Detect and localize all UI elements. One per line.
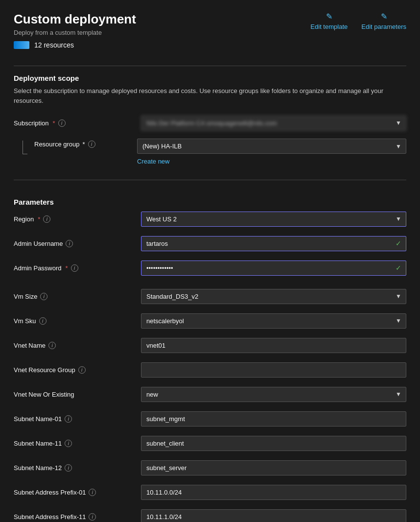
subnet-name-12-info-icon: i [65, 464, 72, 472]
parameters-section: Parameters Region * i West US 2 ▼ Admin … [14, 198, 406, 522]
admin-password-check-icon: ✓ [396, 264, 401, 272]
vnet-name-info-icon: i [48, 342, 56, 349]
subnet-name-11-label: Subnet Name-11 i [14, 440, 141, 447]
admin-password-required: * [66, 264, 68, 272]
subnet-prefix-11-input-wrapper [141, 509, 406, 522]
subscription-group: Subscription * i Nils Der Platform CA sm… [14, 114, 406, 132]
admin-password-control: ✓ [141, 261, 406, 276]
vm-size-dropdown[interactable]: Standard_DS3_v2 [141, 289, 406, 304]
admin-username-group: Admin Username i ✓ [14, 235, 406, 252]
admin-username-control: ✓ [141, 236, 406, 251]
subnet-prefix-01-input[interactable] [141, 485, 406, 500]
edit-template-button[interactable]: ✎ Edit template [310, 12, 348, 30]
vm-size-group: Vm Size i Standard_DS3_v2 ▼ [14, 287, 406, 305]
vm-sku-group: Vm Sku i netscalerbyol ▼ [14, 312, 406, 330]
subnet-prefix-11-input[interactable] [141, 509, 406, 522]
vnet-new-existing-dropdown-wrapper: new ▼ [141, 387, 406, 402]
subnet-prefix-11-group: Subnet Address Prefix-11 i [14, 508, 406, 522]
region-required: * [38, 215, 40, 223]
subscription-control: Nils Der Platform CA smoquagerwill@nils.… [141, 116, 406, 131]
subnet-name-12-input-wrapper [141, 460, 406, 475]
vnet-rg-label: Vnet Resource Group i [14, 366, 141, 374]
rg-dropdown[interactable]: (New) HA-ILB [137, 139, 406, 154]
vnet-name-label: Vnet Name i [14, 342, 141, 349]
header-actions: ✎ Edit template ✎ Edit parameters [310, 12, 406, 30]
subnet-name-11-info-icon: i [65, 440, 72, 447]
admin-password-label: Admin Password * i [14, 264, 141, 272]
subnet-name-12-input[interactable] [141, 460, 406, 475]
vm-size-label: Vm Size i [14, 293, 141, 300]
subnet-name-11-input-wrapper [141, 436, 406, 451]
rg-bracket [23, 141, 27, 154]
vnet-new-existing-label: Vnet New Or Existing [14, 391, 141, 398]
params-spacer [14, 284, 406, 287]
admin-password-group: Admin Password * i ✓ [14, 259, 406, 277]
page-subtitle: Deploy from a custom template [14, 29, 136, 36]
vm-size-dropdown-wrapper: Standard_DS3_v2 ▼ [141, 289, 406, 304]
admin-username-info-icon: i [66, 240, 73, 247]
admin-password-input[interactable] [141, 261, 406, 276]
vm-sku-dropdown-wrapper: netscalerbyol ▼ [141, 313, 406, 329]
parameters-title: Parameters [14, 198, 406, 206]
subnet-name-11-group: Subnet Name-11 i [14, 434, 406, 452]
page-title: Custom deployment [14, 12, 136, 27]
subnet-prefix-11-info-icon: i [89, 513, 96, 521]
subnet-name-12-group: Subnet Name-12 i [14, 459, 406, 476]
region-control: West US 2 ▼ [141, 212, 406, 227]
subscription-label: Subscription * i [14, 119, 141, 127]
subnet-name-01-label: Subnet Name-01 i [14, 415, 141, 423]
region-info-icon: i [43, 215, 50, 223]
subnet-prefix-11-control [141, 509, 406, 522]
vnet-name-control [141, 338, 406, 353]
edit-parameters-icon: ✎ [381, 12, 387, 21]
deployment-scope-section: Deployment scope Select the subscription… [14, 74, 406, 172]
vnet-name-group: Vnet Name i [14, 336, 406, 354]
deployment-scope-desc: Select the subscription to manage deploy… [14, 86, 406, 105]
resource-group-row: Resource group * i (New) HA-ILB ▼ Create… [14, 139, 406, 165]
edit-parameters-button[interactable]: ✎ Edit parameters [361, 12, 406, 30]
subscription-dropdown[interactable]: Nils Der Platform CA smoquagerwill@nils.… [141, 116, 406, 131]
scope-params-divider [14, 180, 406, 180]
header-top: Custom deployment Deploy from a custom t… [14, 12, 406, 58]
vnet-rg-info-icon: i [78, 366, 86, 374]
vm-size-info-icon: i [40, 293, 47, 300]
admin-password-info-icon: i [71, 264, 78, 272]
subnet-prefix-01-group: Subnet Address Prefix-01 i [14, 483, 406, 501]
vm-size-control: Standard_DS3_v2 ▼ [141, 289, 406, 304]
resources-text: 12 resources [34, 41, 74, 49]
subnet-name-01-input-wrapper [141, 411, 406, 427]
vm-sku-dropdown[interactable]: netscalerbyol [141, 313, 406, 329]
region-dropdown-wrapper: West US 2 ▼ [141, 212, 406, 227]
vnet-new-existing-dropdown[interactable]: new [141, 387, 406, 402]
create-new-link[interactable]: Create new [137, 158, 406, 165]
vnet-rg-group: Vnet Resource Group i [14, 361, 406, 379]
rg-control: (New) HA-ILB ▼ Create new [137, 139, 406, 165]
resources-icon [14, 41, 29, 49]
subnet-name-01-group: Subnet Name-01 i [14, 410, 406, 427]
edit-parameters-label: Edit parameters [361, 23, 406, 30]
admin-username-label: Admin Username i [14, 240, 141, 247]
vnet-name-input[interactable] [141, 338, 406, 353]
admin-username-check-icon: ✓ [396, 239, 401, 247]
subnet-prefix-01-input-wrapper [141, 485, 406, 500]
region-dropdown[interactable]: West US 2 [141, 212, 406, 227]
subnet-prefix-01-info-icon: i [89, 489, 96, 496]
edit-template-label: Edit template [310, 23, 348, 30]
admin-username-input[interactable] [141, 236, 406, 251]
subnet-name-01-input[interactable] [141, 411, 406, 427]
rg-bracket-area [23, 141, 31, 154]
header-left: Custom deployment Deploy from a custom t… [14, 12, 136, 58]
subnet-prefix-01-control [141, 485, 406, 500]
page-container: Custom deployment Deploy from a custom t… [0, 0, 420, 522]
vnet-name-input-wrapper [141, 338, 406, 353]
rg-dropdown-wrapper: (New) HA-ILB ▼ [137, 139, 406, 154]
rg-required: * [83, 141, 85, 148]
resources-row: 12 resources [14, 41, 136, 49]
subnet-name-11-input[interactable] [141, 436, 406, 451]
vnet-rg-control [141, 362, 406, 378]
edit-template-icon: ✎ [326, 12, 332, 21]
vnet-rg-input[interactable] [141, 362, 406, 378]
subscription-required: * [53, 119, 55, 127]
subnet-prefix-01-label: Subnet Address Prefix-01 i [14, 489, 141, 496]
subnet-name-01-control [141, 411, 406, 427]
